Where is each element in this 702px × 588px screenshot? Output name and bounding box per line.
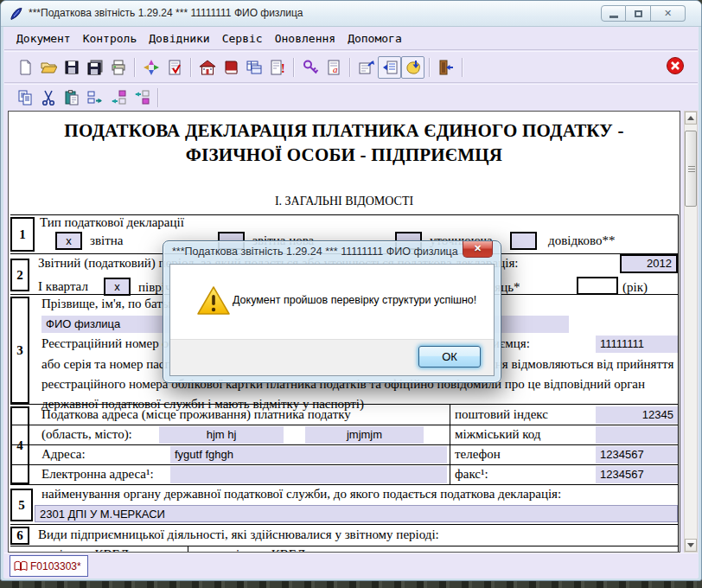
row4-postal-field[interactable]: 12345: [596, 406, 678, 424]
document-audit-button[interactable]: a: [322, 56, 345, 79]
menu-directories[interactable]: Довідники: [143, 29, 215, 48]
row1-checkbox-zvitna[interactable]: х: [55, 232, 82, 250]
vertical-scrollbar[interactable]: [684, 111, 698, 553]
view-document-button[interactable]: [378, 56, 401, 79]
save-button[interactable]: [60, 56, 83, 79]
row4-phone-field[interactable]: 1234567: [596, 446, 678, 463]
menu-service[interactable]: Сервіс: [216, 29, 269, 48]
copy-table-icon: [246, 59, 263, 76]
scroll-down-button[interactable]: [685, 539, 697, 552]
notes-icon: [405, 59, 422, 76]
row2-year-hint: (рік): [622, 280, 648, 295]
exit-button[interactable]: [434, 56, 457, 79]
dialog-title: ***Податкова звітність 1.29.24 *** 11111…: [172, 246, 458, 258]
svg-text:!: !: [281, 62, 285, 75]
insert-row-button[interactable]: [83, 86, 106, 109]
titlebar: ***Податкова звітність 1.29.24 *** 11111…: [1, 1, 701, 27]
section-title: І. ЗАГАЛЬНІ ВІДОМОСТІ: [9, 195, 680, 208]
copy-button[interactable]: [13, 86, 36, 109]
divider: [10, 404, 678, 405]
scrollbar-grip: [688, 166, 695, 173]
window-controls: ✕: [601, 5, 686, 22]
scrollbar-thumb[interactable]: [685, 131, 697, 207]
row5-dpi-field[interactable]: 2301 ДПІ У М.ЧЕРКАСИ: [35, 505, 678, 522]
document-audit-icon: a: [325, 59, 342, 76]
verify-structure-button[interactable]: [163, 56, 186, 79]
remove-row-icon: [133, 89, 150, 106]
row2-number: 2: [10, 259, 29, 291]
row1-label: Тип податкової декларації: [40, 215, 184, 230]
form-title-line2: ФІЗИЧНОЇ ОСОБИ - ПІДПРИЄМЦЯ: [9, 144, 680, 166]
svg-text:a: a: [333, 64, 338, 74]
new-document-button[interactable]: [13, 56, 36, 79]
notes-button[interactable]: [401, 56, 424, 79]
add-row-button[interactable]: [106, 86, 130, 109]
row4-region-label: (область, місто):: [41, 427, 132, 442]
scroll-down-icon: [687, 543, 694, 547]
toolbar-separator: [134, 58, 135, 77]
row4-fax-field[interactable]: 1234567: [596, 466, 678, 483]
cut-scissors-icon: [40, 89, 57, 106]
row1-checkbox-dovidkovo[interactable]: [510, 232, 537, 250]
sign-key-button[interactable]: [298, 56, 322, 79]
row6-label: Види підприємницької діяльності, які зді…: [38, 527, 439, 542]
row4-fax-label: факс¹:: [455, 467, 488, 482]
copy-report-button[interactable]: [242, 56, 265, 79]
row4-areacode-field[interactable]: [596, 426, 678, 444]
menu-help[interactable]: Допомога: [341, 29, 408, 48]
row4-region-field2[interactable]: jmjmjm: [305, 426, 424, 444]
row6-number: 6: [10, 527, 29, 545]
print-button[interactable]: [106, 56, 130, 79]
menu-update[interactable]: Оновлення: [269, 29, 341, 48]
toolbar-separator: [429, 58, 430, 77]
row2-month-year-field[interactable]: [577, 277, 618, 295]
divider: [10, 464, 678, 465]
status-bar: F0103303*: [4, 553, 698, 578]
home-button[interactable]: [195, 56, 219, 79]
row4-email-field[interactable]: [170, 466, 447, 483]
row1-number: 1: [10, 217, 35, 252]
edit-toolbar: [4, 84, 698, 111]
form-properties-button[interactable]: [354, 56, 378, 79]
toolbar-separator: [293, 58, 294, 77]
menu-control[interactable]: Контроль: [77, 29, 144, 48]
document-warning-button[interactable]: !: [265, 56, 289, 79]
close-report-button[interactable]: [665, 55, 686, 76]
row3-taxid-field[interactable]: 11111111: [596, 336, 678, 353]
toolbar-separator: [190, 58, 191, 77]
toolbar-separator: [157, 88, 158, 107]
cut-button[interactable]: [36, 86, 60, 109]
remove-row-button[interactable]: [130, 86, 153, 109]
row3-number: 3: [10, 297, 29, 404]
toolbar-separator: [462, 58, 463, 77]
paste-button[interactable]: [60, 86, 83, 109]
scroll-up-button[interactable]: [685, 112, 697, 125]
menu-document[interactable]: Документ: [10, 29, 77, 48]
save-all-button[interactable]: [83, 56, 106, 79]
message-dialog: ***Податкова звітність 1.29.24 *** 11111…: [163, 240, 501, 383]
dialog-close-button[interactable]: ✕: [463, 241, 493, 258]
check-links-button[interactable]: [139, 56, 163, 79]
open-button[interactable]: [36, 56, 60, 79]
row5-label: найменування органу державної податкової…: [41, 487, 561, 502]
minimize-button[interactable]: [601, 5, 626, 22]
maximize-button[interactable]: [626, 5, 651, 22]
ok-button[interactable]: ОК: [418, 346, 481, 368]
row4-postal-label: поштовий індекс: [455, 407, 548, 422]
app-icon: [9, 6, 24, 22]
document-tab-label: F0103303*: [30, 560, 81, 572]
new-document-icon: [16, 59, 34, 76]
row2-year-field[interactable]: 2012: [620, 254, 678, 273]
document-tab[interactable]: F0103303*: [10, 555, 88, 577]
row4-areacode-label: міжміський код: [455, 427, 541, 442]
row4-address-header: Податкова адреса (місце проживання) плат…: [41, 407, 351, 422]
close-button[interactable]: ✕: [651, 5, 686, 22]
divider: [10, 444, 678, 445]
row2-q1-checkbox[interactable]: x: [104, 278, 131, 296]
close-icon: ✕: [664, 8, 672, 19]
divider: [10, 546, 678, 546]
registers-book-button[interactable]: [219, 56, 242, 79]
row4-region-field1[interactable]: hjm hj: [159, 426, 284, 444]
row4-address-field[interactable]: fygutf fghgh: [170, 446, 447, 463]
home-icon: [199, 59, 216, 76]
